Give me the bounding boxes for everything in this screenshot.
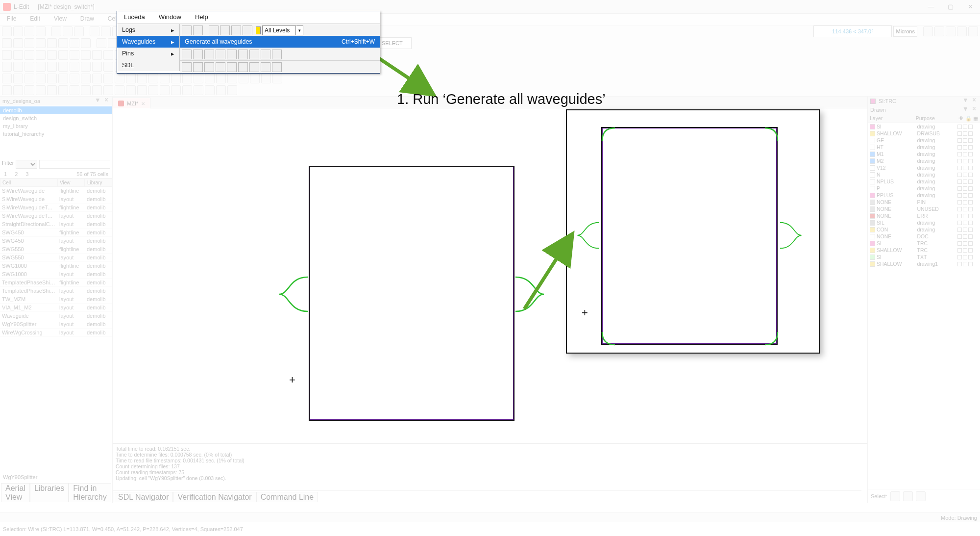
tool-icon[interactable] bbox=[103, 74, 113, 83]
layer-toggles[interactable] bbox=[957, 173, 978, 177]
tool-icon[interactable] bbox=[2, 26, 12, 36]
layer-toggles[interactable] bbox=[957, 193, 978, 198]
tool-icon[interactable] bbox=[160, 85, 170, 95]
toolbar-icon[interactable] bbox=[182, 26, 192, 35]
tool-icon[interactable] bbox=[24, 85, 34, 95]
toolbar-icon[interactable] bbox=[182, 50, 192, 59]
toolbar-icon[interactable] bbox=[227, 62, 237, 72]
toolbar-icon[interactable] bbox=[238, 62, 248, 72]
tool-icon[interactable] bbox=[81, 38, 91, 48]
tool-icon[interactable] bbox=[103, 50, 113, 60]
toolbar-icon[interactable] bbox=[204, 50, 214, 59]
layer-toggles[interactable] bbox=[957, 186, 978, 191]
toolbar-icon[interactable] bbox=[193, 62, 203, 72]
submenu-logs[interactable]: Logs▸ bbox=[117, 24, 179, 36]
generate-waveguides-item[interactable]: Generate all waveguides Ctrl+Shift+W bbox=[180, 36, 380, 48]
close-tab-icon[interactable]: ✕ bbox=[141, 101, 145, 106]
toolbar-icon[interactable] bbox=[272, 62, 282, 72]
tab-command-line[interactable]: Command Line bbox=[256, 492, 318, 502]
tab-aerial-view[interactable]: Aerial View bbox=[1, 483, 30, 502]
toolbar-icon[interactable] bbox=[243, 26, 252, 35]
submenu-pins[interactable]: Pins▸ bbox=[117, 48, 179, 59]
layer-row[interactable]: NONE UNUSED bbox=[868, 205, 980, 212]
col-purpose[interactable]: Purpose bbox=[916, 115, 957, 122]
toolbar-icon[interactable] bbox=[261, 62, 270, 72]
table-row[interactable]: TW_MZMlayoutdemolib bbox=[0, 295, 112, 304]
submenu-sdl[interactable]: SDL bbox=[117, 59, 179, 71]
library-item[interactable]: my_library bbox=[0, 122, 112, 130]
tool-icon[interactable] bbox=[70, 38, 79, 48]
layer-toggles[interactable] bbox=[957, 241, 978, 246]
tool-icon[interactable] bbox=[194, 85, 203, 95]
library-item[interactable]: design_switch bbox=[0, 114, 112, 122]
toolbar-icon[interactable] bbox=[220, 26, 230, 35]
tool-icon[interactable] bbox=[47, 74, 57, 83]
design-nav-header[interactable]: my_designs_oa bbox=[0, 97, 112, 105]
tool-icon[interactable] bbox=[58, 38, 68, 48]
select-tool-icon[interactable] bbox=[916, 491, 926, 501]
window-menu[interactable]: Window bbox=[152, 11, 188, 24]
tool-icon[interactable] bbox=[92, 50, 102, 60]
table-row[interactable]: StraightDirectionalCoup…layoutdemolib bbox=[0, 220, 112, 229]
layer-row[interactable]: SHALLOW TRC bbox=[868, 247, 980, 254]
menu-file[interactable]: File bbox=[0, 14, 23, 25]
table-row[interactable]: Waveguidelayoutdemolib bbox=[0, 312, 112, 320]
layer-toggles[interactable] bbox=[957, 255, 978, 259]
tool-icon[interactable] bbox=[70, 62, 79, 72]
layer-toggles[interactable] bbox=[957, 200, 978, 204]
layer-row[interactable]: M2 drawing bbox=[868, 157, 980, 164]
tool-icon[interactable] bbox=[92, 74, 102, 83]
layer-row[interactable]: SI TXT bbox=[868, 254, 980, 260]
layer-row[interactable]: CON drawing bbox=[868, 226, 980, 233]
toolbar-icon[interactable] bbox=[216, 50, 225, 59]
tool-icon[interactable] bbox=[70, 50, 79, 60]
layer-toggles[interactable] bbox=[957, 248, 978, 253]
tool-icon[interactable] bbox=[103, 85, 113, 95]
table-row[interactable]: SWG1000flightlinedemolib bbox=[0, 262, 112, 270]
page-1[interactable]: 1 bbox=[4, 171, 7, 177]
layer-toggles[interactable] bbox=[957, 221, 978, 225]
toolbar-icon[interactable] bbox=[209, 26, 219, 35]
layer-row[interactable]: NONE PIN bbox=[868, 199, 980, 205]
tool-icon[interactable] bbox=[51, 26, 61, 36]
page-2[interactable]: 2 bbox=[15, 171, 18, 177]
table-row[interactable]: SWG450layoutdemolib bbox=[0, 237, 112, 245]
tool-icon[interactable] bbox=[227, 74, 237, 83]
tool-icon[interactable] bbox=[13, 85, 23, 95]
layer-row[interactable]: V12 drawing bbox=[868, 164, 980, 171]
tab-verification-navigator[interactable]: Verification Navigator bbox=[173, 492, 256, 502]
tool-icon[interactable] bbox=[205, 74, 215, 83]
tool-icon[interactable] bbox=[13, 62, 23, 72]
layer-toggles[interactable] bbox=[957, 145, 978, 150]
tool-icon[interactable] bbox=[205, 85, 215, 95]
col-library[interactable]: Library bbox=[85, 179, 112, 187]
tool-icon[interactable] bbox=[2, 38, 12, 48]
tool-icon[interactable] bbox=[24, 74, 34, 83]
tool-icon[interactable] bbox=[24, 62, 34, 72]
tool-icon[interactable] bbox=[126, 85, 136, 95]
tool-icon[interactable] bbox=[92, 62, 102, 72]
tool-icon[interactable] bbox=[216, 74, 226, 83]
maximize-button[interactable]: ▢ bbox=[941, 0, 960, 13]
tool-icon[interactable] bbox=[81, 62, 91, 72]
tool-icon[interactable] bbox=[923, 26, 933, 36]
tool-icon[interactable] bbox=[182, 85, 192, 95]
layer-toggles[interactable] bbox=[957, 131, 978, 136]
tool-icon[interactable] bbox=[58, 50, 68, 60]
select-tool-icon[interactable] bbox=[890, 491, 900, 501]
tool-icon[interactable] bbox=[81, 50, 91, 60]
tool-icon[interactable] bbox=[272, 74, 282, 83]
tool-icon[interactable] bbox=[47, 62, 57, 72]
table-row[interactable]: TemplatedPhaseShifter…layoutdemolib bbox=[0, 287, 112, 295]
layer-toggles[interactable] bbox=[957, 234, 978, 239]
submenu-waveguides[interactable]: Waveguides▸ bbox=[117, 36, 179, 48]
layer-row[interactable]: PPLUS drawing bbox=[868, 192, 980, 199]
table-row[interactable]: WgY90Splitterlayoutdemolib bbox=[0, 320, 112, 329]
col-cell[interactable]: Cell bbox=[0, 179, 57, 187]
toolbar-icon[interactable] bbox=[227, 50, 237, 59]
minimize-button[interactable]: — bbox=[921, 0, 941, 13]
layer-toggles[interactable] bbox=[957, 214, 978, 218]
tool-icon[interactable] bbox=[250, 74, 260, 83]
layer-toggles[interactable] bbox=[957, 228, 978, 232]
layer-row[interactable]: GE drawing bbox=[868, 137, 980, 144]
